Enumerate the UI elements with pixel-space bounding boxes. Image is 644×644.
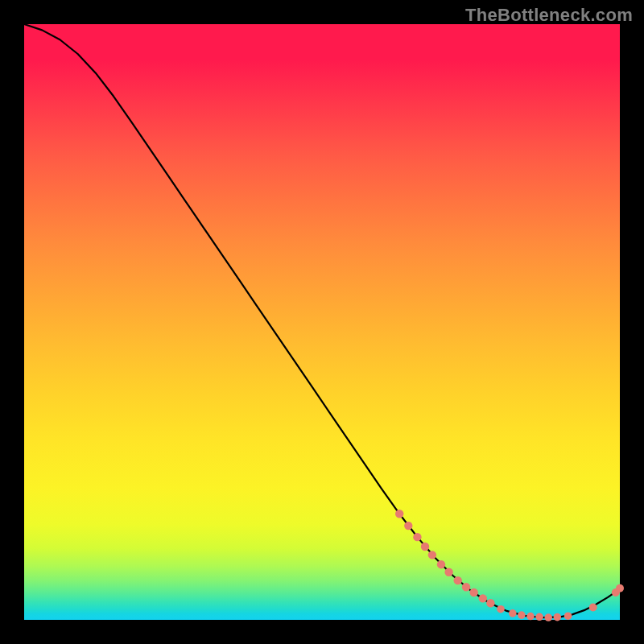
data-marker — [437, 560, 445, 568]
watermark-text: TheBottleneck.com — [465, 5, 633, 26]
data-marker — [616, 584, 624, 592]
data-marker — [497, 605, 505, 613]
data-marker — [395, 510, 403, 518]
data-marker — [486, 599, 494, 607]
data-marker — [462, 583, 470, 591]
bottleneck-curve — [24, 24, 620, 617]
data-marker — [413, 533, 421, 541]
data-marker — [518, 611, 526, 619]
data-marker — [454, 576, 462, 584]
data-marker — [479, 594, 487, 602]
data-marker — [470, 588, 478, 597]
data-marker — [589, 603, 597, 611]
data-marker — [526, 613, 535, 621]
plot-area — [24, 24, 620, 620]
data-marker — [509, 609, 517, 617]
data-markers-group — [395, 510, 624, 621]
chart-stage: TheBottleneck.com — [0, 0, 644, 644]
data-marker — [544, 613, 552, 621]
data-marker — [554, 613, 562, 621]
data-marker — [564, 612, 572, 620]
data-marker — [404, 522, 412, 530]
data-marker — [421, 543, 429, 551]
data-marker — [444, 568, 452, 576]
chart-overlay — [24, 24, 620, 620]
data-marker — [535, 613, 543, 621]
data-marker — [428, 551, 436, 559]
